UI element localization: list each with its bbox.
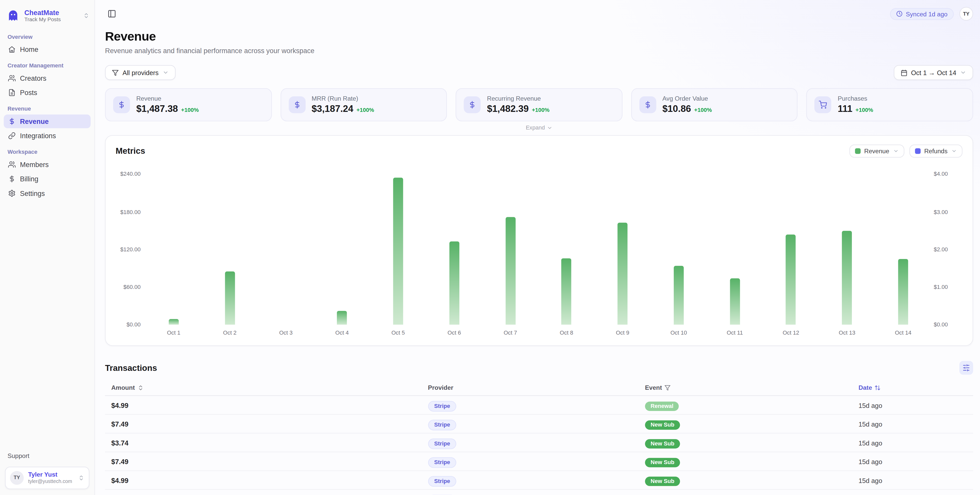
chart-bar[interactable] [786, 235, 796, 325]
column-header-date[interactable]: Date [859, 384, 973, 391]
provider-badge: Stripe [428, 401, 456, 412]
dollar-icon [113, 96, 130, 113]
sidebar-item-billing[interactable]: Billing [4, 172, 91, 186]
user-menu[interactable]: TY Tyler Yust tyler@yusttech.com [5, 466, 89, 489]
chevrons-up-down-icon [137, 385, 143, 391]
synced-status-badge[interactable]: Synced 1d ago [890, 8, 954, 20]
sidebar: CheatMate Track My Posts OverviewHomeCre… [0, 0, 95, 495]
x-axis-label: Oct 1 [167, 330, 180, 336]
stat-card-purchases[interactable]: Purchases 111 +100% [807, 88, 973, 121]
header-avatar[interactable]: TY [959, 7, 973, 21]
arrow-up-down-icon [875, 385, 881, 391]
stat-delta: +100% [532, 107, 549, 114]
chart-bar[interactable] [730, 278, 740, 325]
cell-event: Renewal [645, 493, 859, 495]
chart-bar[interactable] [617, 222, 628, 325]
sidebar-item-creators[interactable]: Creators [4, 72, 91, 85]
page-title: Revenue [105, 29, 973, 44]
sidebar-item-home[interactable]: Home [4, 43, 91, 57]
table-row[interactable]: $3.74 Stripe New Sub 15d ago [105, 434, 973, 452]
user-email: tyler@yusttech.com [28, 478, 74, 484]
chart-bar[interactable] [449, 241, 459, 325]
stat-card-recurring-revenue[interactable]: Recurring Revenue $1,482.39 +100% [456, 88, 622, 121]
sidebar-item-label: Revenue [20, 118, 48, 125]
chart-bar-column: Oct 4 [314, 174, 370, 325]
chart-bar[interactable] [842, 231, 852, 325]
provider-badge: Stripe [428, 476, 456, 487]
legend-revenue-dropdown[interactable]: Revenue [849, 145, 904, 158]
provider-badge: Stripe [428, 420, 456, 430]
expand-bar: Expand [105, 125, 973, 131]
cell-amount: $7.49 [105, 420, 428, 428]
y-axis-label-left: $240.00 [120, 171, 141, 177]
stat-delta: +100% [356, 107, 374, 114]
column-header-provider: Provider [428, 384, 645, 391]
expand-button[interactable]: Expand [526, 125, 552, 131]
stat-card-avg-order-value[interactable]: Avg Order Value $10.86 +100% [631, 88, 798, 121]
chart-bar-column: Oct 1 [146, 174, 202, 325]
table-row[interactable]: $9.99 Stripe Renewal 15d ago [105, 490, 973, 495]
chart-bar[interactable] [505, 217, 515, 325]
chart-bar-column: Oct 11 [707, 174, 763, 325]
x-axis-label: Oct 12 [783, 330, 799, 336]
legend-refunds-dropdown[interactable]: Refunds [909, 145, 963, 158]
cell-date: 15d ago [859, 401, 973, 409]
chart-bar[interactable] [337, 311, 347, 325]
y-axis-label-left: $0.00 [127, 322, 141, 328]
chart-bar[interactable] [393, 178, 403, 325]
legend-label: Revenue [864, 148, 889, 155]
stat-value: $1,482.39 [487, 103, 528, 115]
sidebar-item-revenue[interactable]: Revenue [4, 115, 91, 128]
users-icon [8, 161, 16, 168]
chart-bar-column: Oct 3 [258, 174, 314, 325]
dollar-icon [639, 96, 656, 113]
stat-label: Revenue [136, 95, 199, 103]
chart-bar[interactable] [562, 258, 571, 325]
app-title: CheatMate [24, 9, 79, 17]
table-settings-button[interactable] [959, 361, 973, 375]
sidebar-section-label: Overview [0, 32, 94, 42]
funnel-icon [112, 69, 119, 76]
x-axis-label: Oct 13 [839, 330, 856, 336]
chart-bar[interactable] [898, 259, 908, 325]
provider-badge: Stripe [428, 438, 456, 449]
column-header-amount[interactable]: Amount [105, 384, 428, 391]
chart-bar[interactable] [674, 266, 684, 325]
provider-filter-dropdown[interactable]: All providers [105, 65, 175, 80]
sidebar-toggle-button[interactable] [105, 7, 119, 21]
sidebar-item-posts[interactable]: Posts [4, 86, 91, 100]
cart-icon [815, 96, 832, 113]
sidebar-item-label: Members [20, 161, 48, 168]
dollar-icon [8, 118, 16, 125]
avatar: TY [10, 471, 24, 484]
chevron-down-icon [951, 148, 957, 154]
x-axis-label: Oct 14 [895, 330, 912, 336]
sidebar-item-settings[interactable]: Settings [4, 187, 91, 201]
chart-bar[interactable] [169, 319, 179, 325]
sidebar-item-integrations[interactable]: Integrations [4, 129, 91, 143]
sidebar-item-members[interactable]: Members [4, 158, 91, 172]
table-row[interactable]: $4.99 Stripe Renewal 15d ago [105, 396, 973, 415]
cell-date: 15d ago [859, 477, 973, 484]
sidebar-section-label: Revenue [0, 104, 94, 114]
calendar-icon [900, 69, 907, 76]
metrics-title: Metrics [116, 147, 145, 156]
stat-delta: +100% [181, 107, 199, 114]
cell-amount: $3.74 [105, 439, 428, 447]
stat-card-revenue[interactable]: Revenue $1,487.38 +100% [105, 88, 272, 121]
cell-provider: Stripe [428, 399, 645, 412]
stat-value: $10.86 [662, 103, 691, 115]
table-row[interactable]: $7.49 Stripe New Sub 15d ago [105, 452, 973, 471]
workspace-switcher[interactable]: CheatMate Track My Posts [0, 4, 94, 28]
support-link[interactable]: Support [0, 447, 94, 464]
chart-legend: Revenue Refunds [849, 145, 963, 158]
table-row[interactable]: $7.49 Stripe New Sub 15d ago [105, 415, 973, 433]
cell-event: New Sub [645, 474, 859, 486]
column-header-event[interactable]: Event [645, 384, 859, 391]
stat-card-mrr-run-rate[interactable]: MRR (Run Rate) $3,187.24 +100% [280, 88, 447, 121]
date-range-picker[interactable]: Oct 1 → Oct 14 [894, 65, 973, 80]
table-row[interactable]: $4.99 Stripe New Sub 15d ago [105, 471, 973, 490]
chart-bar[interactable] [225, 271, 235, 325]
cell-provider: Stripe [428, 418, 645, 430]
cell-amount: $4.99 [105, 401, 428, 409]
